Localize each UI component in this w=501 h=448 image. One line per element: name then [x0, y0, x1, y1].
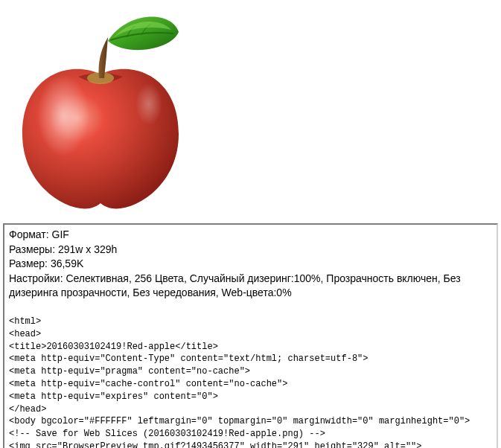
- html-source-code: <html> <head> <title>20160303102419!Red-…: [9, 316, 492, 448]
- image-preview-area: [0, 0, 501, 220]
- dimensions-value: 291w x 329h: [58, 243, 117, 255]
- svg-point-2: [135, 83, 162, 125]
- apple-image: [4, 4, 197, 212]
- format-value: GIF: [52, 228, 69, 240]
- filesize-label: Размер:: [9, 257, 48, 269]
- svg-point-1: [37, 74, 89, 156]
- format-line: Формат: GIF: [9, 228, 492, 243]
- settings-line: Настройки: Селективная, 256 Цвета, Случа…: [9, 272, 492, 301]
- dimensions-label: Размеры:: [9, 243, 55, 255]
- format-label: Формат:: [9, 228, 49, 240]
- settings-label: Настройки:: [9, 272, 63, 284]
- settings-value: Селективная, 256 Цвета, Случайный дизери…: [9, 272, 461, 299]
- info-panel: Формат: GIF Размеры: 291w x 329h Размер:…: [3, 223, 498, 448]
- dimensions-line: Размеры: 291w x 329h: [9, 243, 492, 257]
- filesize-line: Размер: 36,59K: [9, 257, 492, 272]
- filesize-value: 36,59K: [51, 257, 83, 269]
